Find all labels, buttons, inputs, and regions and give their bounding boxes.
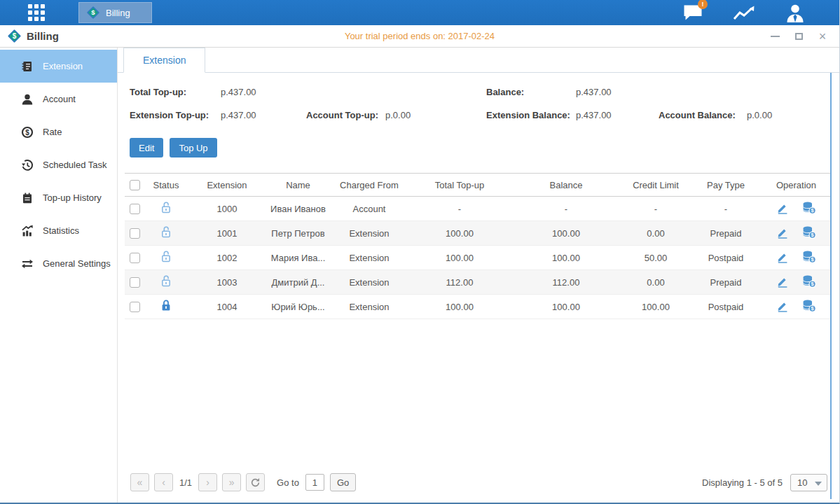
- sidebar-item-statistics[interactable]: Statistics: [0, 214, 117, 247]
- taskbar-tab-billing[interactable]: Billing: [78, 2, 152, 23]
- sidebar-item-rate[interactable]: $ Rate: [0, 115, 117, 148]
- total-topup-value: p.437.00: [221, 87, 256, 97]
- close-button[interactable]: ×: [817, 31, 828, 42]
- user-account-icon[interactable]: [783, 3, 807, 22]
- extension-topup-value: p.437.00: [221, 110, 306, 120]
- cell-total-topup: 100.00: [408, 221, 511, 246]
- cell-charged-from: Extension: [330, 270, 408, 295]
- lock-closed-icon: [160, 299, 172, 312]
- col-operation: Operation: [762, 174, 831, 197]
- cell-pay-type: Prepaid: [690, 221, 762, 246]
- sidebar-item-topup-history[interactable]: Top-up History: [0, 181, 117, 214]
- edit-button[interactable]: Edit: [130, 138, 163, 158]
- account-balance-label: Account Balance:: [659, 110, 747, 120]
- sidebar-item-label: Top-up History: [43, 192, 102, 203]
- topup-row-icon[interactable]: [802, 226, 816, 241]
- cell-balance: -: [511, 197, 621, 221]
- table-row: 1000 Иван Иванов Account - - - -: [125, 197, 831, 221]
- cell-pay-type: Postpaid: [690, 295, 762, 319]
- cell-charged-from: Account: [330, 197, 408, 221]
- extension-table: Status Extension Name Charged From Total…: [125, 173, 830, 319]
- top-up-button[interactable]: Top Up: [170, 138, 216, 158]
- col-extension: Extension: [188, 174, 266, 197]
- cell-total-topup: 100.00: [408, 295, 511, 319]
- edit-row-icon[interactable]: [776, 251, 789, 265]
- scrollbar-track[interactable]: [830, 73, 832, 499]
- row-checkbox[interactable]: [130, 204, 140, 214]
- sidebar-item-extension[interactable]: Extension: [0, 50, 117, 83]
- edit-row-icon[interactable]: [776, 226, 789, 241]
- sidebar-item-label: Rate: [43, 127, 62, 137]
- sidebar: Extension Account $ Rate: [0, 48, 118, 503]
- page-size-select[interactable]: 10: [790, 474, 827, 491]
- status-lock[interactable]: [144, 197, 188, 221]
- last-page-button[interactable]: »: [222, 473, 241, 491]
- topup-row-icon[interactable]: [802, 251, 816, 265]
- cell-pay-type: Postpaid: [690, 246, 762, 270]
- minimize-button[interactable]: [769, 31, 780, 42]
- row-checkbox[interactable]: [130, 302, 140, 312]
- edit-row-icon[interactable]: [776, 275, 789, 290]
- account-topup-label: Account Top-up:: [306, 110, 385, 120]
- refresh-button[interactable]: [246, 473, 265, 491]
- sidebar-item-general-settings[interactable]: General Settings: [0, 247, 117, 280]
- topup-row-icon[interactable]: [802, 275, 816, 290]
- lock-open-icon: [160, 274, 172, 288]
- table-row: 1001 Петр Петров Extension 100.00 100.00…: [125, 221, 831, 246]
- row-checkbox[interactable]: [130, 253, 140, 263]
- status-lock[interactable]: [144, 246, 188, 270]
- status-lock[interactable]: [144, 295, 188, 319]
- cell-pay-type: -: [690, 197, 762, 221]
- cell-name: Мария Ива...: [266, 246, 330, 270]
- cell-name: Иван Иванов: [266, 197, 330, 221]
- prev-page-button[interactable]: ‹: [154, 473, 173, 491]
- cell-credit-limit: 0.00: [621, 221, 690, 246]
- account-balance-value: p.0.00: [747, 110, 772, 120]
- status-lock[interactable]: [144, 221, 188, 246]
- taskbar-tab-label: Billing: [106, 8, 130, 18]
- person-icon: [21, 93, 34, 106]
- apps-grid-icon[interactable]: [26, 2, 47, 23]
- tab-strip: Extension: [118, 48, 839, 73]
- first-page-button[interactable]: «: [130, 473, 149, 491]
- trial-period-notice: Your trial period ends on: 2017-02-24: [345, 31, 495, 41]
- lock-open-icon: [160, 201, 172, 214]
- row-checkbox[interactable]: [130, 277, 140, 288]
- cell-total-topup: 112.00: [408, 270, 511, 295]
- desktop-top-bar: Billing !: [0, 0, 839, 25]
- ledger-icon: [21, 192, 34, 204]
- edit-row-icon[interactable]: [776, 202, 789, 216]
- status-lock[interactable]: [144, 270, 188, 295]
- col-charged-from: Charged From: [330, 174, 408, 197]
- col-credit-limit: Credit Limit: [621, 174, 690, 197]
- notification-badge: !: [698, 0, 708, 9]
- sidebar-item-label: Account: [43, 94, 76, 104]
- sidebar-item-label: Extension: [43, 61, 83, 71]
- goto-page-input[interactable]: [305, 474, 324, 491]
- cell-total-topup: -: [408, 197, 511, 221]
- extension-book-icon: [21, 60, 34, 73]
- go-button[interactable]: Go: [330, 473, 356, 491]
- next-page-button[interactable]: ›: [198, 473, 217, 491]
- row-checkbox[interactable]: [130, 228, 140, 239]
- sidebar-item-label: Statistics: [43, 225, 79, 236]
- account-topup-value: p.0.00: [385, 110, 411, 120]
- balance-value: p.437.00: [576, 87, 612, 97]
- maximize-button[interactable]: [793, 31, 804, 42]
- reports-chart-icon[interactable]: [732, 3, 756, 22]
- page-indicator: 1/1: [179, 477, 192, 488]
- edit-row-icon[interactable]: [776, 300, 789, 314]
- cell-name: Петр Петров: [266, 221, 330, 246]
- sidebar-item-scheduled-task[interactable]: Scheduled Task: [0, 148, 117, 181]
- balance-label: Balance:: [486, 87, 576, 97]
- select-all-checkbox[interactable]: [130, 180, 140, 190]
- cell-extension: 1000: [188, 197, 266, 221]
- topup-row-icon[interactable]: [802, 202, 816, 216]
- main-panel: Extension Total Top-up: p.437.00 Extensi…: [118, 48, 839, 503]
- tab-extension[interactable]: Extension: [123, 48, 205, 73]
- topup-row-icon[interactable]: [802, 300, 816, 314]
- messages-icon[interactable]: !: [681, 3, 705, 22]
- sidebar-item-account[interactable]: Account: [0, 83, 117, 115]
- cell-total-topup: 100.00: [408, 246, 511, 270]
- cell-credit-limit: 100.00: [621, 295, 690, 319]
